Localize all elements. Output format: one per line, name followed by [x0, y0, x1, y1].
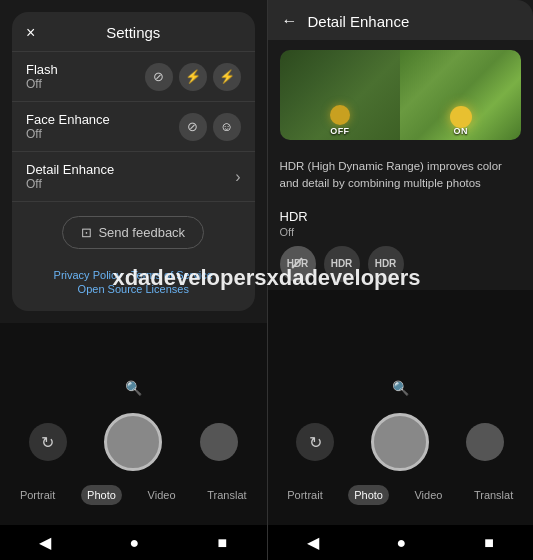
settings-header: × Settings: [12, 12, 255, 52]
flash-off-icon: ⊘: [153, 70, 164, 83]
privacy-policy-label: Privacy Policy: [54, 269, 122, 281]
on-label: ON: [453, 126, 468, 136]
back-nav-right[interactable]: ◀: [307, 533, 319, 552]
back-nav-left[interactable]: ◀: [39, 533, 51, 552]
face-enhance-value: Off: [26, 127, 179, 141]
face-enhance-label: Face Enhance: [26, 112, 179, 127]
zoom-indicator-right: 🔍: [268, 379, 534, 397]
hdr-off-icon: HDR: [287, 258, 309, 269]
flash-auto-button[interactable]: ⚡: [179, 63, 207, 91]
mode-photo-right[interactable]: Photo: [348, 485, 389, 505]
detail-enhance-value: Off: [26, 177, 235, 191]
detail-enhance-arrow-icon: ›: [235, 168, 240, 186]
hdr-on-button[interactable]: HDR: [368, 246, 404, 282]
mode-video-left[interactable]: Video: [142, 485, 182, 505]
face-enhance-on-button[interactable]: ☺: [213, 113, 241, 141]
shutter-button-left[interactable]: [104, 413, 162, 471]
privacy-policy-link[interactable]: Privacy Policy · Terms of Service: [22, 269, 245, 281]
mode-video-right[interactable]: Video: [408, 485, 448, 505]
face-enhance-off-button[interactable]: ⊘: [179, 113, 207, 141]
thumbnail-button-left[interactable]: [200, 423, 238, 461]
flash-label: Flash: [26, 62, 145, 77]
right-panel: ← Detail Enhance OFF ON HDR (High Dynami…: [267, 0, 534, 560]
hdr-auto-icon: HDR: [331, 258, 353, 269]
home-nav-left[interactable]: ●: [130, 534, 140, 552]
hdr-description: HDR (High Dynamic Range) improves color …: [268, 150, 534, 201]
mode-photo-left[interactable]: Photo: [81, 485, 122, 505]
camera-controls-left: ↻: [0, 413, 267, 471]
face-enhance-setting-row: Face Enhance Off ⊘ ☺: [12, 102, 255, 152]
settings-links: Privacy Policy · Terms of Service Open S…: [12, 263, 255, 311]
off-label: OFF: [330, 126, 350, 136]
flash-off-button[interactable]: ⊘: [145, 63, 173, 91]
flash-value: Off: [26, 77, 145, 91]
zoom-icon-right: 🔍: [392, 380, 409, 396]
send-feedback-container: ⊡ Send feedback: [12, 202, 255, 263]
detail-enhance-header: ← Detail Enhance: [268, 0, 534, 40]
feedback-icon: ⊡: [81, 225, 92, 240]
rotate-button-left[interactable]: ↻: [29, 423, 67, 461]
face-enhance-off-icon: ⊘: [187, 120, 198, 133]
rotate-icon-right: ↻: [309, 433, 322, 452]
hdr-label: HDR: [280, 209, 522, 224]
recents-nav-left[interactable]: ■: [218, 534, 228, 552]
shutter-button-right[interactable]: [371, 413, 429, 471]
mode-portrait-left[interactable]: Portrait: [14, 485, 61, 505]
flash-on-button[interactable]: ⚡: [213, 63, 241, 91]
flash-setting-row: Flash Off ⊘ ⚡ ⚡: [12, 52, 255, 102]
comparison-on-image: ON: [400, 50, 521, 140]
home-nav-right[interactable]: ●: [397, 534, 407, 552]
close-button[interactable]: ×: [26, 24, 35, 42]
recents-nav-right[interactable]: ■: [484, 534, 494, 552]
left-panel: × Settings Flash Off ⊘ ⚡ ⚡: [0, 0, 267, 560]
flash-icons: ⊘ ⚡ ⚡: [145, 63, 241, 91]
hdr-on-icon: HDR: [375, 258, 397, 269]
thumbnail-button-right[interactable]: [466, 423, 504, 461]
hdr-section: HDR Off HDR HDR HDR: [268, 201, 534, 290]
hdr-icons-row: HDR HDR HDR: [280, 246, 522, 282]
face-enhance-on-icon: ☺: [220, 120, 233, 133]
nav-bar-left: ◀ ● ■: [0, 525, 267, 560]
mode-translate-right[interactable]: Translat: [468, 485, 519, 505]
camera-bottom-left: 🔍 ↻ Portrait Photo Video Translat: [0, 323, 267, 525]
settings-title: Settings: [26, 24, 241, 41]
mode-translate-left[interactable]: Translat: [201, 485, 252, 505]
mode-bar-left: Portrait Photo Video Translat: [0, 479, 267, 515]
hdr-auto-button[interactable]: HDR: [324, 246, 360, 282]
comparison-off-image: OFF: [280, 50, 401, 140]
camera-controls-right: ↻: [268, 413, 534, 471]
detail-enhance-title: Detail Enhance: [308, 13, 410, 30]
zoom-indicator-left: 🔍: [0, 379, 267, 397]
rotate-button-right[interactable]: ↻: [296, 423, 334, 461]
flash-text: Flash Off: [26, 62, 145, 91]
face-enhance-icons: ⊘ ☺: [179, 113, 241, 141]
send-feedback-button[interactable]: ⊡ Send feedback: [62, 216, 204, 249]
detail-enhance-text: Detail Enhance Off: [26, 162, 235, 191]
face-enhance-text: Face Enhance Off: [26, 112, 179, 141]
mode-bar-right: Portrait Photo Video Translat: [268, 479, 534, 515]
settings-card: × Settings Flash Off ⊘ ⚡ ⚡: [12, 12, 255, 311]
detail-enhance-label: Detail Enhance: [26, 162, 235, 177]
mode-portrait-right[interactable]: Portrait: [281, 485, 328, 505]
flash-on-icon: ⚡: [219, 70, 235, 83]
zoom-icon-left: 🔍: [125, 380, 142, 396]
back-button-right[interactable]: ←: [282, 12, 298, 30]
send-feedback-label: Send feedback: [98, 225, 185, 240]
comparison-images: OFF ON: [280, 50, 522, 140]
detail-enhance-setting-row[interactable]: Detail Enhance Off ›: [12, 152, 255, 202]
hdr-off-button[interactable]: HDR: [280, 246, 316, 282]
terms-label: Terms of Service: [131, 269, 213, 281]
camera-bottom-right: 🔍 ↻ Portrait Photo Video Translat: [268, 290, 534, 526]
open-source-link[interactable]: Open Source Licenses: [22, 283, 245, 295]
flash-auto-icon: ⚡: [185, 70, 201, 83]
hdr-value: Off: [280, 226, 522, 238]
rotate-icon-left: ↻: [41, 433, 54, 452]
nav-bar-right: ◀ ● ■: [268, 525, 534, 560]
